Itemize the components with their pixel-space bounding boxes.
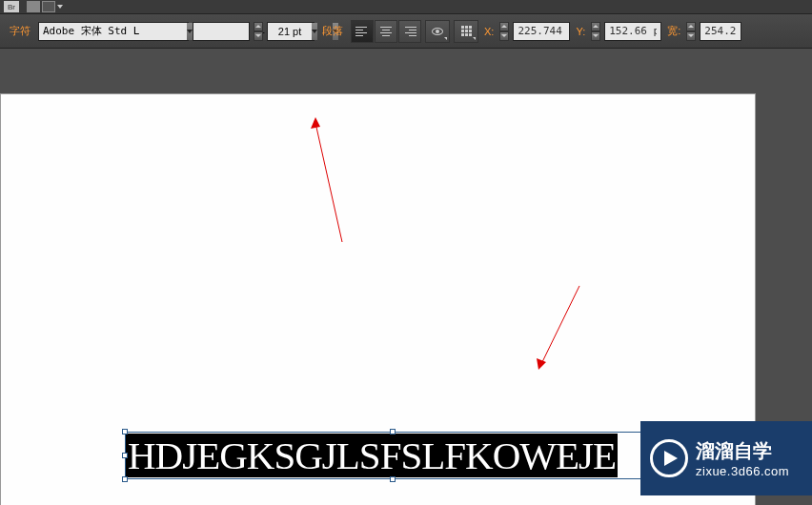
text-frame[interactable]: HDJEGKSGJLSFSLFKOWEJE: [125, 432, 660, 479]
bridge-icon[interactable]: Br: [4, 1, 19, 12]
list-options-button[interactable]: [425, 20, 450, 43]
svg-line-0: [315, 123, 342, 242]
w-up-icon[interactable]: [686, 22, 696, 31]
y-down-icon[interactable]: [591, 31, 600, 41]
view-mode-1[interactable]: [27, 1, 40, 12]
view-mode-group: [27, 1, 55, 12]
app-menu-bar: Br: [0, 0, 812, 14]
handle-middle-left[interactable]: [122, 453, 128, 458]
font-style-select[interactable]: [193, 22, 250, 41]
w-down-icon[interactable]: [686, 31, 696, 41]
handle-top-middle[interactable]: [390, 429, 396, 434]
w-label: 宽:: [665, 24, 682, 38]
size-down-icon[interactable]: [254, 31, 263, 41]
x-label: X:: [482, 26, 496, 37]
font-family-input[interactable]: [39, 25, 187, 37]
character-label[interactable]: 字符: [6, 24, 34, 38]
font-family-select[interactable]: [38, 22, 189, 41]
svg-line-2: [541, 286, 579, 364]
size-dropdown-icon[interactable]: [312, 23, 317, 40]
watermark: 溜溜自学 zixue.3d66.com: [640, 421, 812, 495]
grid-icon: [461, 26, 472, 36]
grid-align-button[interactable]: [454, 20, 478, 43]
font-size-spinner[interactable]: [254, 22, 263, 41]
svg-marker-1: [311, 117, 320, 129]
view-mode-2[interactable]: [42, 1, 55, 12]
handle-bottom-left[interactable]: [122, 476, 128, 482]
annotation-arrow-1: [306, 113, 354, 247]
x-up-icon[interactable]: [499, 22, 509, 31]
text-options-bar: 字符 段落: [0, 14, 812, 49]
align-right-button[interactable]: [398, 20, 421, 43]
watermark-url: zixue.3d66.com: [696, 464, 789, 478]
y-coord-input[interactable]: [604, 22, 661, 41]
handle-top-left[interactable]: [122, 429, 128, 434]
font-size-select[interactable]: [267, 22, 315, 41]
selected-text[interactable]: HDJEGKSGJLSFSLFKOWEJE: [126, 434, 618, 477]
x-down-icon[interactable]: [499, 31, 509, 41]
align-group: [351, 20, 421, 43]
watermark-title: 溜溜自学: [696, 438, 789, 464]
align-center-button[interactable]: [375, 20, 397, 43]
w-spinner[interactable]: [686, 22, 696, 41]
view-dropdown-icon[interactable]: [57, 5, 63, 9]
y-up-icon[interactable]: [591, 22, 600, 31]
canvas-area: HDJEGKSGJLSFSLFKOWEJE 溜溜自学 zixue.3d66.co…: [0, 49, 812, 505]
svg-marker-3: [537, 358, 546, 370]
handle-bottom-middle[interactable]: [390, 476, 396, 482]
y-spinner[interactable]: [591, 22, 600, 41]
x-spinner[interactable]: [499, 22, 509, 41]
x-coord-input[interactable]: [513, 22, 570, 41]
annotation-arrow-2: [530, 280, 587, 375]
paragraph-label[interactable]: 段落: [318, 24, 347, 38]
align-left-button[interactable]: [351, 20, 374, 43]
y-label: Y:: [574, 26, 587, 37]
play-icon: [650, 439, 688, 477]
list-icon: [432, 28, 443, 35]
size-up-icon[interactable]: [254, 22, 263, 31]
font-size-input[interactable]: [268, 26, 312, 37]
w-coord-input[interactable]: [700, 22, 741, 41]
